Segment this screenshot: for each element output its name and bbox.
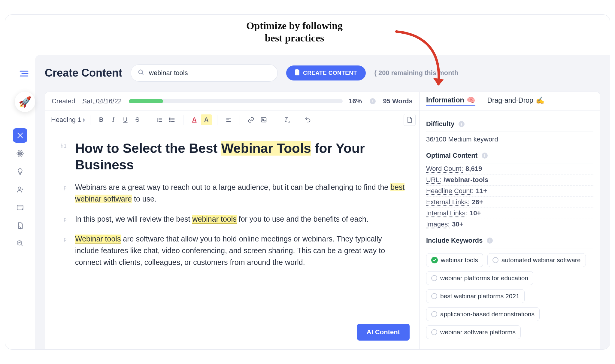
p3-post: are software that allow you to hold onli… [75, 235, 385, 266]
align-button[interactable] [223, 114, 234, 125]
h1-text[interactable]: How to Select the Best Webinar Tools for… [75, 140, 406, 173]
highlight-button[interactable]: A [201, 114, 212, 125]
include-keywords-label: Include Keywords i [426, 232, 593, 248]
main-panel: Created Sat, 04/16/22 16% i 95 Words [45, 92, 600, 349]
info-icon[interactable]: i [482, 153, 488, 159]
info-icon[interactable]: i [370, 98, 376, 104]
metric-external: External Links: 26+ [426, 197, 593, 208]
block-tag-p: p [58, 181, 67, 205]
strike-button[interactable]: S [132, 114, 143, 125]
undo-button[interactable] [302, 114, 314, 125]
link-button[interactable] [245, 114, 257, 125]
italic-button[interactable]: I [108, 114, 119, 125]
difficulty-label-text: Difficulty [426, 120, 454, 128]
keyword-chip[interactable]: best webinar platforms 2021 [426, 289, 525, 303]
sidebar-item-atom[interactable] [13, 146, 27, 161]
create-content-label: CREATE CONTENT [303, 70, 357, 76]
image-button[interactable] [258, 114, 269, 125]
svg-point-24 [170, 118, 171, 119]
info-icon[interactable]: i [459, 121, 465, 127]
paragraph-3[interactable]: Webinar tools are software that allow yo… [75, 233, 406, 268]
export-button[interactable] [404, 114, 416, 126]
radio-icon [431, 293, 437, 299]
keyword-text: webinar platforms for education [440, 275, 528, 282]
chevron-updown-icon: ▴▾ [83, 117, 85, 122]
document-icon [295, 69, 300, 77]
info-column: Information 🧠 Drag-and-Drop ✍️ Difficult… [419, 92, 600, 349]
created-date[interactable]: Sat, 04/16/22 [82, 97, 122, 105]
p1-pre: Webinars are a great way to reach out to… [75, 183, 390, 191]
metric-headline: Headline Count: 11+ [426, 186, 593, 197]
heading-select[interactable]: Heading 1 ▴▾ [49, 116, 87, 124]
keyword-chip[interactable]: automated webinar software [487, 253, 586, 267]
svg-point-6 [20, 153, 21, 154]
check-icon [431, 257, 438, 263]
brain-icon: 🧠 [467, 96, 475, 104]
underline-button[interactable]: U [120, 114, 131, 125]
p1-post: to use. [132, 195, 156, 203]
info-icon[interactable]: i [487, 238, 493, 244]
keyword-text: webinar software platforms [440, 329, 516, 336]
sidebar-item-card[interactable] [13, 200, 27, 215]
p2-pre: In this post, we will review the best [75, 215, 192, 223]
page-title: Create Content [45, 67, 122, 79]
radio-icon [492, 257, 498, 263]
search-icon [138, 69, 144, 77]
svg-point-7 [18, 187, 21, 190]
keyword-text: application-based demonstrations [440, 311, 535, 318]
tab-drag-and-drop[interactable]: Drag-and-Drop ✍️ [487, 96, 544, 106]
search-input[interactable] [131, 64, 278, 82]
sidebar-item-analytics[interactable] [13, 236, 27, 251]
svg-text:3: 3 [157, 120, 158, 122]
p3-highlight: Webinar tools [75, 235, 121, 244]
tab-drag-label: Drag-and-Drop [487, 96, 533, 105]
progress-bar [129, 99, 343, 103]
h1-highlight: Webinar Tools [221, 141, 311, 156]
annotation-line1: Optimize by following [246, 20, 343, 31]
word-count: 95 Words [383, 97, 413, 105]
bold-button[interactable]: B [96, 114, 107, 125]
status-bar: Created Sat, 04/16/22 16% i 95 Words [45, 92, 419, 111]
editor-body[interactable]: h1 How to Select the Best Webinar Tools … [45, 129, 419, 349]
quota-text: ( 200 remaining this month [374, 69, 458, 77]
keyword-chip[interactable]: application-based demonstrations [426, 307, 540, 321]
radio-icon [431, 275, 437, 281]
ordered-list-button[interactable]: 123 [154, 114, 165, 125]
sidebar-item-idea[interactable] [13, 164, 27, 179]
progress-percent: 16% [349, 97, 362, 105]
p2-post: for you to use and the benefits of each. [237, 215, 368, 223]
text-color-button[interactable]: A [189, 114, 200, 125]
workspace: Create Content CREATE CONTENT ( 200 rema… [35, 55, 610, 349]
clear-format-button[interactable]: Tx [280, 114, 291, 125]
ai-content-button[interactable]: AI Content [357, 324, 410, 341]
annotation-line2: best practices [265, 32, 324, 44]
metric-internal: Internal Links: 10+ [426, 208, 593, 219]
keyword-text: webinar tools [441, 256, 478, 264]
bullet-list-button[interactable] [166, 114, 178, 125]
paragraph-2[interactable]: In this post, we will review the best we… [75, 213, 406, 225]
radio-icon [431, 311, 437, 317]
progress-fill [129, 99, 163, 103]
paragraph-1[interactable]: Webinars are a great way to reach out to… [75, 181, 406, 205]
overlay-annotation: Optimize by following best practices [246, 20, 343, 44]
keyword-text: best webinar platforms 2021 [440, 293, 520, 300]
rocket-icon[interactable]: 🚀 [15, 92, 35, 112]
sidebar-item-doc[interactable] [13, 218, 27, 233]
h1-pre: How to Select the Best [75, 141, 221, 156]
sidebar-toggle[interactable] [20, 70, 29, 78]
writing-icon: ✍️ [536, 96, 544, 105]
tab-information[interactable]: Information 🧠 [426, 96, 475, 106]
sidebar-item-user[interactable] [13, 182, 27, 197]
keyword-text: automated webinar software [501, 256, 581, 264]
info-body: Difficulty i 36/100 Medium keyword Optim… [420, 111, 600, 344]
create-content-button[interactable]: CREATE CONTENT [286, 65, 366, 80]
keyword-chip[interactable]: webinar platforms for education [426, 271, 533, 285]
radio-icon [431, 329, 437, 335]
difficulty-value: 36/100 Medium keyword [426, 132, 593, 145]
heading-select-label: Heading 1 [51, 116, 81, 124]
keyword-chip[interactable]: webinar tools [426, 253, 483, 267]
keyword-chip[interactable]: webinar software platforms [426, 325, 521, 339]
sidebar-item-tools[interactable] [13, 128, 27, 143]
tab-information-label: Information [426, 96, 464, 104]
created-label: Created [52, 97, 75, 105]
